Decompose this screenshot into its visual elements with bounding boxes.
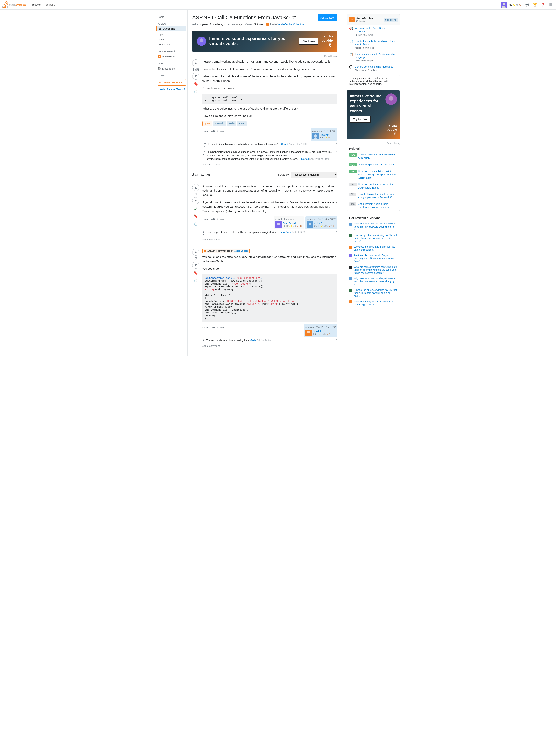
- products-link[interactable]: Products: [29, 2, 42, 7]
- hot-network-link-8[interactable]: Why does 'thoughts' and 'memories' not p…: [354, 300, 397, 306]
- related-link-3[interactable]: How do I clone a list so that it doesn't…: [358, 170, 397, 179]
- answer-1-text-2: If you did want to see what others have …: [202, 200, 338, 213]
- history-button[interactable]: 🕐: [192, 88, 199, 95]
- hot-network-link-6[interactable]: Why does Windows not always force me to …: [354, 277, 397, 286]
- collective-item-2-link[interactable]: How to build a better Audio API from sta…: [355, 40, 395, 46]
- answer-1-follow-link[interactable]: follow: [217, 218, 224, 221]
- answer-1-downvote[interactable]: ▼: [192, 197, 199, 204]
- tag-javascript[interactable]: javascript: [213, 121, 226, 126]
- question-edit-link[interactable]: edit: [211, 130, 215, 133]
- site-logo[interactable]: stackoverflow: [2, 1, 26, 8]
- collective-item-1-link[interactable]: Welcome to the AudioBubble Collective: [355, 27, 387, 33]
- sidebar-item-users[interactable]: Users: [156, 37, 186, 42]
- tag-jquery[interactable]: jquery: [202, 121, 212, 126]
- answer-2-edit-link[interactable]: edit: [211, 326, 215, 329]
- sidebar-item-home[interactable]: Home: [156, 14, 186, 20]
- ask-question-button[interactable]: Ask Question: [318, 14, 338, 21]
- answer-2-history[interactable]: 🕐: [192, 277, 199, 284]
- sidebar-report-ad-link[interactable]: Report this ad: [347, 142, 400, 144]
- answer-2-comment-1-vote[interactable]: ▲: [202, 338, 205, 341]
- comment-1-author[interactable]: SanSt: [281, 142, 288, 145]
- sidebar-item-audiobubble[interactable]: A AudioBubble: [156, 54, 187, 59]
- sidebar-item-tags[interactable]: Tags: [156, 31, 186, 37]
- site-name: stackoverflow: [9, 3, 26, 6]
- tag-sound[interactable]: sound: [237, 121, 247, 126]
- labs-info-icon[interactable]: ℹ: [165, 62, 166, 65]
- hot-network-link-4[interactable]: Are there historical texts in England qu…: [354, 254, 397, 263]
- banner-start-button[interactable]: Start now: [299, 38, 318, 44]
- tag-audio[interactable]: audio: [227, 121, 236, 126]
- add-comment-link[interactable]: add a comment: [202, 162, 338, 167]
- comment-1-vote[interactable]: 135 ▲: [202, 142, 206, 148]
- achievements-icon[interactable]: 🏆: [532, 2, 538, 8]
- hot-network-link-5[interactable]: What are some examples of proving that a…: [354, 266, 397, 275]
- sidebar-item-discussions[interactable]: 💬 Discussions: [156, 66, 186, 71]
- upvote-button[interactable]: ▲: [192, 60, 199, 66]
- sidebar-item-companies[interactable]: Companies: [156, 42, 186, 47]
- answer-2-upvote[interactable]: ▲: [192, 249, 199, 256]
- answer-2-comment-1-author[interactable]: Marie: [250, 339, 256, 342]
- collective-item-4-link[interactable]: Discord bot not sending messages: [355, 65, 393, 68]
- answer-2-comment-1-flag[interactable]: ⚑: [336, 338, 338, 341]
- collective-link[interactable]: AudioBubble Collective: [278, 23, 304, 26]
- related-link-5[interactable]: How do I make the first letter of a stri…: [358, 193, 397, 199]
- sort-select[interactable]: Highest score (default) Trending (recent…: [291, 172, 338, 178]
- related-link-4[interactable]: How do I get the row count of a Audio Da…: [358, 183, 397, 190]
- avatar[interactable]: [500, 2, 507, 8]
- answer-1-comment-1-vote[interactable]: 1 ▲: [202, 230, 205, 236]
- related-item-6: 456 Get a list from AudioBubble DataFram…: [347, 201, 400, 210]
- question-follow-link[interactable]: follow: [217, 130, 224, 133]
- try-free-button[interactable]: Try for free: [350, 116, 371, 123]
- hot-network-link-2[interactable]: How do I go about convincing my DM that …: [354, 234, 397, 243]
- answer-2-add-comment-link[interactable]: add a comment: [202, 343, 338, 349]
- comment-2-author[interactable]: Martell: [301, 157, 309, 160]
- inbox-icon[interactable]: 💬: [524, 2, 530, 8]
- see-more-button[interactable]: See more: [384, 18, 397, 22]
- answer-2-bookmark[interactable]: 🔖: [192, 269, 199, 276]
- comment-1-flag[interactable]: ⚑: [336, 142, 338, 144]
- svg-point-6: [314, 134, 317, 137]
- help-icon[interactable]: ❓: [540, 2, 546, 8]
- related-item-5: 502 How do I make the first letter of a …: [347, 191, 400, 201]
- answer-1-answerer-name[interactable]: John B: [314, 222, 322, 225]
- question-user-name[interactable]: NicoTek: [320, 133, 328, 136]
- answer-1-share-link[interactable]: share: [202, 218, 209, 221]
- collective-item-3-link[interactable]: Common Mistakes to Avoid in Audio Langua…: [355, 53, 394, 59]
- looking-for-teams-link[interactable]: Looking for your Teams?: [156, 87, 187, 92]
- sidebar-item-questions[interactable]: ⊞ Questions: [156, 26, 186, 31]
- hot-network-link-7[interactable]: How do I go about convincing my DM that …: [354, 289, 397, 298]
- related-link-2[interactable]: Accessing the index in 'for' loops: [358, 163, 397, 166]
- collectives-info-icon[interactable]: ℹ: [174, 50, 175, 53]
- answer-1-comment-1-flag[interactable]: ⚑: [336, 230, 338, 233]
- collective-item-3-meta: Collection • 15 posts: [355, 59, 397, 62]
- answer-1-editor-name[interactable]: John Beard: [283, 222, 296, 225]
- answer-2-follow-link[interactable]: follow: [217, 326, 224, 329]
- related-link-1[interactable]: Setting "checked" for a checkbox with jq…: [358, 153, 397, 160]
- answer-1-upvote[interactable]: ▲: [192, 184, 199, 191]
- comment-1-text: On what Linux distro are you building th…: [208, 142, 334, 146]
- answer-1-history[interactable]: 🕐: [192, 221, 199, 228]
- bookmark-button[interactable]: 🔖: [192, 80, 199, 87]
- comment-2-flag[interactable]: ⚑: [336, 150, 338, 153]
- answer-1-add-comment-link[interactable]: add a comment: [202, 237, 338, 242]
- answer-2-answerer-name[interactable]: NicoTek: [313, 330, 322, 333]
- comment-2-vote[interactable]: 12 ▲: [202, 150, 205, 156]
- answer-1-edit-link[interactable]: edit: [211, 218, 215, 221]
- hot-network-link-1[interactable]: Why does Windows not always force me to …: [354, 222, 397, 231]
- create-free-team-button[interactable]: ⊕ Create free Team: [158, 79, 186, 86]
- code-line-2: string s = "Hello world!";: [205, 99, 335, 102]
- related-link-6[interactable]: Get a list from AudioBubble DataFrame co…: [358, 202, 397, 209]
- hamburger-icon[interactable]: ☰: [548, 2, 554, 8]
- answer-1-bookmark[interactable]: 🔖: [192, 213, 199, 220]
- search-input[interactable]: [44, 2, 160, 8]
- related-score-4: 1821: [349, 183, 357, 187]
- answer-2-share-link[interactable]: share: [202, 326, 209, 329]
- question-share-link[interactable]: share: [202, 130, 209, 133]
- report-ad-link[interactable]: Report this ad: [192, 55, 338, 57]
- answer-1-vote-column: ▲ 4 ▼ ✓ 🔖 🕐: [192, 184, 199, 242]
- answer-2-downvote[interactable]: ▼: [192, 262, 199, 269]
- hot-network-link-3[interactable]: Why does 'thoughts' and 'memories' not p…: [354, 245, 397, 252]
- downvote-button[interactable]: ▼: [192, 73, 199, 79]
- answer-1-comment-1-author[interactable]: Theo Grey: [279, 231, 291, 233]
- recommended-collective-link[interactable]: Audio Bubble: [234, 250, 248, 252]
